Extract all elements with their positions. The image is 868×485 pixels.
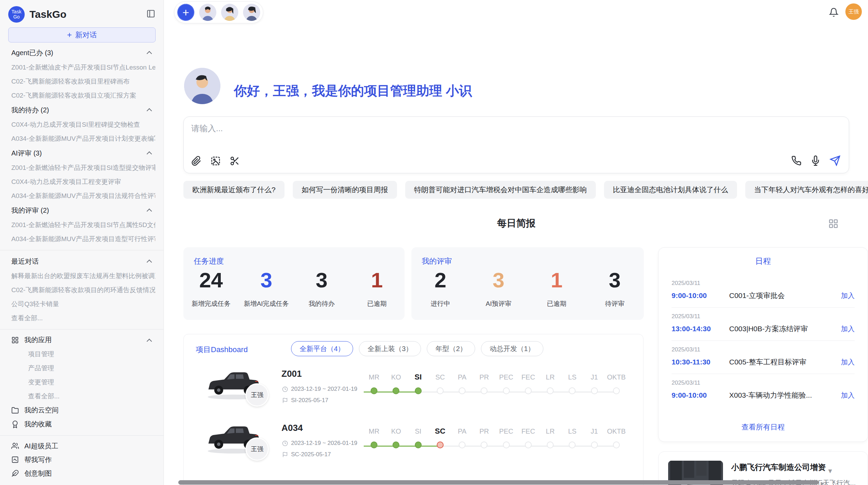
sidebar-item-my-cloud[interactable]: 我的云空间: [8, 403, 155, 417]
avatar[interactable]: [199, 4, 216, 21]
list-item[interactable]: A034-全新新能源MUV产品开发项目计划变更表编写: [8, 132, 155, 146]
milestone-dot-alert[interactable]: [437, 442, 444, 448]
sidebar-item-ai-super-staff[interactable]: AI超级员工: [8, 439, 155, 453]
list-item[interactable]: Z001-全新燃油轻卡产品开发项目SI节点属性5D文件评审: [8, 218, 155, 232]
section-ai-review[interactable]: AI评审 (3): [8, 146, 155, 161]
sidebar-item-change-mgmt[interactable]: 变更管理: [8, 375, 155, 389]
list-item[interactable]: 公司Q3轻卡销量: [8, 297, 155, 311]
section-my-todo[interactable]: 我的待办 (2): [8, 102, 155, 117]
suggestion-chip[interactable]: 欧洲新规最近颁布了什么?: [183, 181, 285, 199]
list-item[interactable]: C0X4-动力总成开发项目工程变更评审: [8, 175, 155, 189]
avatar[interactable]: [243, 4, 260, 21]
schedule-event: 2025/03/11 13:00-14:30 C003|H0B-方案冻结评审 加…: [672, 308, 855, 341]
view-all-chats[interactable]: 查看全部...: [8, 311, 155, 325]
add-agent-button[interactable]: +: [177, 4, 194, 21]
list-item[interactable]: 解释最新出台的欧盟报废车法规再生塑料比例被调至15%...: [8, 269, 155, 283]
user-avatar[interactable]: 王强: [845, 3, 862, 20]
chat-input[interactable]: [191, 124, 740, 133]
image-upload-icon[interactable]: [210, 156, 221, 167]
daily-briefing-title: 每日简报: [183, 217, 849, 230]
list-item[interactable]: A034-全新新能源MUV产品开发项目造型可行性评审: [8, 232, 155, 246]
section-recent-chats[interactable]: 最近对话: [8, 254, 155, 269]
milestone-dot[interactable]: [525, 442, 532, 448]
sidebar-item-product-mgmt[interactable]: 产品管理: [8, 361, 155, 375]
list-item[interactable]: C02-飞腾新能源轻客改款项目的闭环通告反馈情况: [8, 283, 155, 297]
milestone-dot[interactable]: [613, 387, 620, 394]
scroll-down-arrow[interactable]: ▾: [828, 467, 832, 475]
sidebar-collapse-icon[interactable]: [146, 9, 155, 20]
list-item[interactable]: A034-全新新能源MUV产品开发项目法规符合性评审: [8, 189, 155, 203]
milestone-dot[interactable]: [503, 442, 510, 448]
milestone-dot[interactable]: [415, 442, 422, 448]
view-all-schedule-link[interactable]: 查看所有日程: [659, 422, 868, 432]
chevron-up-icon[interactable]: [147, 209, 152, 214]
attachment-icon[interactable]: [191, 156, 202, 167]
project-code[interactable]: Z001: [281, 369, 302, 379]
phone-icon[interactable]: [791, 156, 801, 167]
milestone-dot[interactable]: [591, 442, 598, 448]
schedule-card: 日程 2025/03/11 9:00-10:00 C001-立项审批会 加入 2…: [658, 247, 868, 442]
milestone-dot[interactable]: [393, 387, 399, 394]
suggestion-chip[interactable]: 如何写一份清晰的项目周报: [293, 181, 397, 199]
milestone-dot[interactable]: [503, 387, 510, 394]
list-item[interactable]: C02-飞腾新能源轻客改款项目立项汇报方案: [8, 88, 155, 102]
scissors-icon[interactable]: [230, 156, 240, 167]
chevron-up-icon[interactable]: [147, 51, 152, 57]
list-item[interactable]: Z001-全新燃油轻卡产品开发项目SI造型提交物评审: [8, 161, 155, 175]
list-item[interactable]: Z001-全新燃油皮卡产品开发项目SI节点Lesson Learn报告: [8, 60, 155, 74]
milestone-dot[interactable]: [547, 442, 554, 448]
tab-powertrain[interactable]: 动总开发（1）: [481, 341, 543, 356]
milestone-dot[interactable]: [481, 387, 487, 394]
milestone-dot[interactable]: [569, 387, 576, 394]
list-item[interactable]: C0X4-动力总成开发项目SI里程碑提交物检查: [8, 117, 155, 132]
milestone-dot[interactable]: [525, 387, 532, 394]
milestone-dot[interactable]: [613, 442, 620, 448]
section-agent-done[interactable]: Agent已办 (3): [8, 45, 155, 60]
join-link[interactable]: 加入: [841, 291, 855, 300]
tab-year-model[interactable]: 年型（2）: [427, 341, 475, 356]
sidebar-item-creative-drawing[interactable]: 创意制图: [8, 467, 155, 480]
join-link[interactable]: 加入: [841, 358, 855, 367]
milestone-dot[interactable]: [459, 387, 466, 394]
chevron-up-icon[interactable]: [147, 108, 152, 114]
event-time: 13:00-14:30: [672, 325, 729, 333]
milestone-dot[interactable]: [481, 442, 487, 448]
section-my-review[interactable]: 我的评审 (2): [8, 203, 155, 218]
sidebar-item-help-me-write[interactable]: 帮我写作: [8, 453, 155, 467]
milestone-dot[interactable]: [393, 442, 399, 448]
chevron-up-icon[interactable]: [147, 339, 152, 344]
join-link[interactable]: 加入: [841, 391, 855, 400]
milestone-dot[interactable]: [371, 387, 377, 394]
notification-bell-icon[interactable]: [829, 8, 839, 18]
sidebar-item-my-favorites[interactable]: 我的收藏: [8, 417, 155, 431]
milestone-dot[interactable]: [371, 442, 377, 448]
layout-grid-icon[interactable]: [828, 219, 839, 230]
sidebar-item-project-mgmt[interactable]: 项目管理: [8, 347, 155, 361]
sidebar-header: Task Go TaskGo: [8, 4, 155, 25]
suggestion-chip[interactable]: 比亚迪全固态电池计划具体说了什么: [604, 181, 737, 199]
project-code[interactable]: A034: [281, 423, 303, 433]
news-title[interactable]: 小鹏飞行汽车制造公司增资: [731, 462, 826, 473]
chevron-up-icon[interactable]: [147, 151, 152, 157]
milestone-dot[interactable]: [437, 387, 444, 394]
chevron-up-icon[interactable]: [147, 260, 152, 265]
view-all-apps[interactable]: 查看全部...: [8, 389, 155, 403]
tab-new-body[interactable]: 全新上装（3）: [359, 341, 421, 356]
join-link[interactable]: 加入: [841, 324, 855, 334]
milestone-dot[interactable]: [459, 442, 466, 448]
tab-new-platform[interactable]: 全新平台（4）: [291, 341, 353, 356]
microphone-icon[interactable]: [810, 156, 821, 167]
list-item[interactable]: C02-飞腾新能源轻客改款项目里程碑画布: [8, 74, 155, 88]
avatar[interactable]: [221, 4, 238, 21]
sidebar-item-my-apps[interactable]: 我的应用: [8, 333, 155, 347]
milestone-dot[interactable]: [591, 387, 598, 394]
suggestion-chip[interactable]: 特朗普可能对进口汽车增税会对中国车企造成哪些影响: [405, 181, 596, 199]
scroll-right-arrow[interactable]: ▸: [821, 479, 824, 485]
milestone-dot[interactable]: [569, 442, 576, 448]
send-icon[interactable]: [830, 155, 841, 167]
horizontal-scrollbar[interactable]: [178, 480, 819, 485]
milestone-dot[interactable]: [415, 387, 422, 394]
new-chat-button[interactable]: + 新对话: [8, 27, 156, 42]
suggestion-chip[interactable]: 当下年轻人对汽车外观有怎样的喜好趋势: [745, 181, 868, 199]
milestone-dot[interactable]: [547, 387, 554, 394]
